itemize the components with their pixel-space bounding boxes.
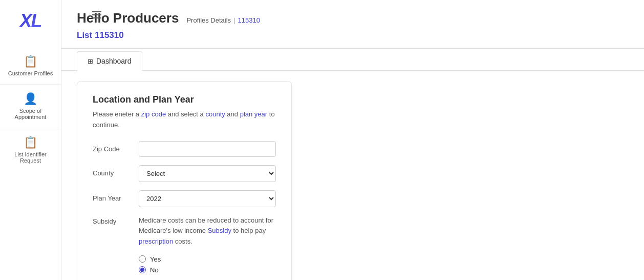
sidebar-item-label: Customer Profiles <box>8 70 53 76</box>
breadcrumb-separator: | <box>233 16 235 24</box>
scope-icon: 👤 <box>24 92 37 106</box>
subsidy-radio-group: Yes No <box>139 255 276 274</box>
logo: XL <box>19 10 41 32</box>
subsidy-label: Subsidy <box>93 215 134 225</box>
zip-code-row: Zip Code <box>93 141 276 157</box>
page-content: Location and Plan Year Please eneter a z… <box>61 71 644 280</box>
customer-profiles-icon: 📋 <box>24 55 37 68</box>
subsidy-link: Subsidy <box>208 227 231 234</box>
sidebar-item-customer-profiles[interactable]: 📋 Customer Profiles <box>0 47 61 85</box>
hamburger-menu[interactable] <box>92 11 101 18</box>
subsidy-no-option[interactable]: No <box>139 266 276 274</box>
dashboard-icon: ⊞ <box>88 57 93 65</box>
page-header: Hello Producers Profiles Details | 11531… <box>61 0 644 49</box>
plan-year-row: Plan Year 2022 2023 2024 <box>93 190 276 207</box>
hamburger-line-2 <box>92 14 101 15</box>
subsidy-no-label: No <box>150 266 159 274</box>
zip-code-link[interactable]: zip code <box>141 110 166 118</box>
county-link[interactable]: county <box>205 110 225 118</box>
sidebar: XL 📋 Customer Profiles 👤 Scope of Appoin… <box>0 0 61 280</box>
tab-label: Dashboard <box>96 57 132 65</box>
zip-code-label: Zip Code <box>93 141 134 153</box>
location-plan-year-card: Location and Plan Year Please eneter a z… <box>77 81 292 280</box>
breadcrumb-id: 115310 <box>238 16 260 24</box>
subsidy-description: Medicare costs can be reduced to account… <box>139 215 276 247</box>
county-select[interactable]: Select <box>139 165 276 182</box>
logo-text: XL <box>19 10 41 31</box>
plan-year-link[interactable]: plan year <box>240 110 267 118</box>
main-content: Hello Producers Profiles Details | 11531… <box>61 0 644 280</box>
header-top: Hello Producers Profiles Details | 11531… <box>77 10 629 26</box>
card-title: Location and Plan Year <box>93 94 276 105</box>
tab-bar: ⊞ Dashboard <box>61 51 644 71</box>
plan-year-label: Plan Year <box>93 190 134 202</box>
card-description: Please eneter a zip code and select a co… <box>93 109 276 131</box>
hamburger-line-1 <box>92 11 101 12</box>
subsidy-no-radio[interactable] <box>139 266 146 273</box>
sidebar-item-label: Scope of Appointment <box>15 108 47 120</box>
zip-code-input[interactable] <box>139 141 276 157</box>
hamburger-line-3 <box>92 17 101 18</box>
county-row: County Select <box>93 165 276 182</box>
sidebar-item-label: List Identifier Request <box>14 151 46 164</box>
tab-dashboard[interactable]: ⊞ Dashboard <box>77 51 142 71</box>
plan-year-select[interactable]: 2022 2023 2024 <box>139 190 276 207</box>
breadcrumb-profiles[interactable]: Profiles Details <box>186 16 231 24</box>
prescription-link: prescription <box>139 237 173 245</box>
county-label: County <box>93 165 134 177</box>
sidebar-item-scope-of-appointment[interactable]: 👤 Scope of Appointment <box>0 85 61 128</box>
subsidy-yes-option[interactable]: Yes <box>139 255 276 263</box>
breadcrumb: Profiles Details | 115310 <box>186 16 260 24</box>
subsidy-yes-radio[interactable] <box>139 255 146 263</box>
list-icon: 📋 <box>24 136 37 149</box>
list-id: List 115310 <box>77 30 629 41</box>
sidebar-item-list-identifier-request[interactable]: 📋 List Identifier Request <box>0 128 61 171</box>
subsidy-row: Subsidy Medicare costs can be reduced to… <box>93 215 276 247</box>
subsidy-yes-label: Yes <box>150 255 161 263</box>
